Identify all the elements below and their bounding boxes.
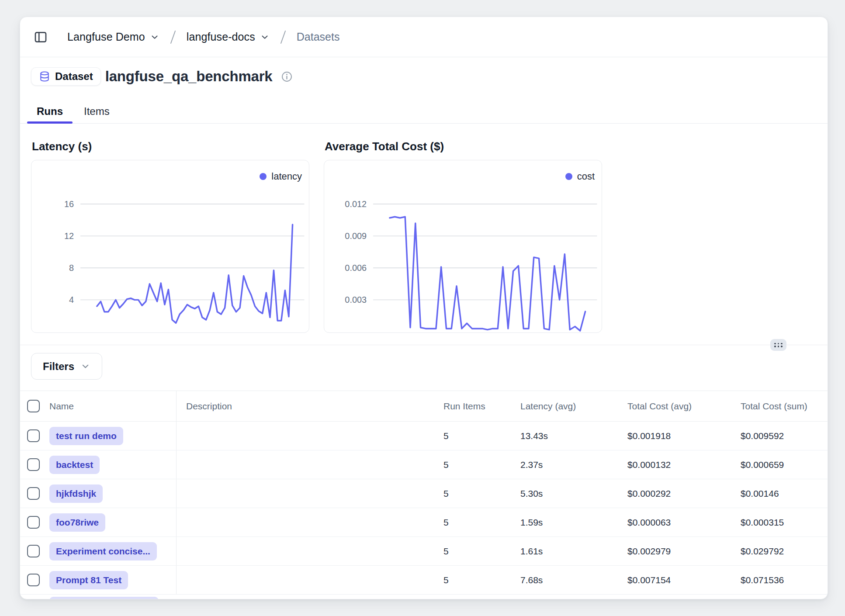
row-checkbox[interactable] <box>27 429 40 442</box>
chevron-down-icon <box>260 32 270 42</box>
run-name-badge[interactable]: Prompt 81 Test <box>49 571 128 589</box>
row-checkbox[interactable] <box>27 545 40 557</box>
run-name-badge[interactable]: hjkfdshjk <box>49 484 103 503</box>
table-row: test run demo 5 13.43s $0.001918 $0.0095… <box>20 422 828 450</box>
svg-text:0.012: 0.012 <box>345 199 367 209</box>
row-checkbox-cell <box>20 479 47 508</box>
charts-section: Latency (s) latency 481216 Average Total… <box>20 139 828 333</box>
header-checkbox-cell <box>20 391 47 421</box>
column-header-total-cost-sum: Total Cost (sum) <box>741 401 828 412</box>
table-header-row: Name Description Run Items Latency (avg)… <box>20 391 828 422</box>
svg-text:0.009: 0.009 <box>345 231 367 241</box>
latency-avg-cell: 13.43s <box>520 431 627 441</box>
latency-avg-cell: 5.30s <box>520 488 627 499</box>
breadcrumb-separator <box>279 29 287 45</box>
cost-chart-group: Average Total Cost ($) cost 0.0030.0060.… <box>324 139 602 333</box>
tab-items[interactable]: Items <box>81 104 112 123</box>
latency-avg-cell: 7.68s <box>520 575 627 585</box>
svg-text:0.006: 0.006 <box>345 263 367 273</box>
select-all-checkbox[interactable] <box>27 400 40 412</box>
tab-runs[interactable]: Runs <box>34 104 66 123</box>
total-cost-sum-cell: $0.000659 <box>741 460 828 470</box>
latency-chart-group: Latency (s) latency 481216 <box>31 139 309 333</box>
run-name-badge[interactable]: foo78riwe <box>49 513 105 532</box>
row-checkbox-cell <box>20 508 47 536</box>
total-cost-sum-cell: $0.00146 <box>741 488 828 499</box>
total-cost-avg-cell: $0.000063 <box>627 517 741 528</box>
breadcrumb-org-label: Langfuse Demo <box>67 31 145 43</box>
dataset-badge-label: Dataset <box>55 70 93 83</box>
section-divider <box>20 345 828 345</box>
breadcrumb-separator <box>169 29 177 45</box>
info-button[interactable] <box>281 71 293 83</box>
latency-avg-cell: 1.59s <box>520 517 627 528</box>
total-cost-sum-cell: $0.000315 <box>741 517 828 528</box>
latency-avg-cell: 1.61s <box>520 546 627 557</box>
breadcrumb-org[interactable]: Langfuse Demo <box>67 31 159 43</box>
column-header-description: Description <box>177 401 443 412</box>
filters-button-label: Filters <box>43 360 74 373</box>
row-checkbox[interactable] <box>27 458 40 471</box>
breadcrumb-section[interactable]: Datasets <box>297 31 340 43</box>
total-cost-avg-cell: $0.000292 <box>627 488 741 499</box>
row-checkbox[interactable] <box>27 574 40 586</box>
run-name-badge[interactable]: backtest <box>49 456 100 474</box>
run-items-cell: 5 <box>443 575 520 585</box>
svg-text:0.003: 0.003 <box>345 295 367 305</box>
cost-chart: cost 0.0030.0060.0090.012 <box>324 160 602 333</box>
sidebar-toggle-button[interactable] <box>33 30 48 45</box>
svg-text:16: 16 <box>64 199 74 209</box>
row-checkbox-cell <box>20 422 47 450</box>
database-icon <box>39 71 50 82</box>
cost-chart-title: Average Total Cost ($) <box>325 139 602 153</box>
run-items-cell: 5 <box>443 517 520 528</box>
row-checkbox-cell <box>20 450 47 479</box>
run-name-badge[interactable]: test run demo <box>49 427 123 445</box>
filters-row: Filters <box>31 353 828 380</box>
grip-dots-icon <box>774 343 783 347</box>
column-header-run-items: Run Items <box>443 401 520 412</box>
svg-text:4: 4 <box>69 295 74 305</box>
svg-text:8: 8 <box>69 263 74 273</box>
runs-table: Name Description Run Items Latency (avg)… <box>20 391 828 599</box>
run-name-badge[interactable]: Experiment concise... <box>49 542 157 561</box>
column-header-latency-avg: Latency (avg) <box>520 401 627 412</box>
svg-text:12: 12 <box>64 231 74 241</box>
tab-bar: Runs Items <box>20 104 828 124</box>
breadcrumb: Langfuse Demo langfuse-docs Datasets <box>20 17 828 57</box>
dataset-type-badge: Dataset <box>31 67 101 86</box>
breadcrumb-project-label: langfuse-docs <box>187 31 255 43</box>
table-row: Prompt 81 Test 5 7.68s $0.007154 $0.0715… <box>20 566 828 595</box>
row-checkbox[interactable] <box>27 516 40 529</box>
table-row: hjkfdshjk 5 5.30s $0.000292 $0.00146 <box>20 479 828 508</box>
latency-chart-title: Latency (s) <box>32 139 309 153</box>
row-checkbox[interactable] <box>27 487 40 500</box>
total-cost-sum-cell: $0.071536 <box>741 575 828 585</box>
breadcrumb-project[interactable]: langfuse-docs <box>187 31 270 43</box>
run-name-badge[interactable] <box>49 597 159 599</box>
run-name-cell: test run demo <box>47 422 177 450</box>
latency-avg-cell: 2.37s <box>520 460 627 470</box>
run-name-cell: Prompt 81 Test <box>47 566 177 594</box>
run-name-cell: foo78riwe <box>47 508 177 536</box>
table-row: backtest 5 2.37s $0.000132 $0.000659 <box>20 450 828 479</box>
run-items-cell: 5 <box>443 431 520 441</box>
total-cost-avg-cell: $0.002979 <box>627 546 741 557</box>
dataset-header: Dataset langfuse_qa_benchmark <box>31 67 828 86</box>
total-cost-sum-cell: $0.009592 <box>741 431 828 441</box>
run-name-cell: backtest <box>47 450 177 479</box>
total-cost-avg-cell: $0.007154 <box>627 575 741 585</box>
panel-left-icon <box>34 30 48 44</box>
resize-grip-handle[interactable] <box>770 339 786 351</box>
table-body: test run demo 5 13.43s $0.001918 $0.0095… <box>20 422 828 595</box>
column-header-name: Name <box>47 391 177 421</box>
latency-chart: latency 481216 <box>31 160 309 333</box>
run-name-cell: Experiment concise... <box>47 537 177 565</box>
table-row: foo78riwe 5 1.59s $0.000063 $0.000315 <box>20 508 828 537</box>
run-items-cell: 5 <box>443 546 520 557</box>
filters-button[interactable]: Filters <box>31 353 102 380</box>
table-row-partial <box>20 595 828 599</box>
total-cost-avg-cell: $0.001918 <box>627 431 741 441</box>
chevron-down-icon <box>80 361 90 371</box>
column-header-total-cost-avg: Total Cost (avg) <box>627 401 741 412</box>
